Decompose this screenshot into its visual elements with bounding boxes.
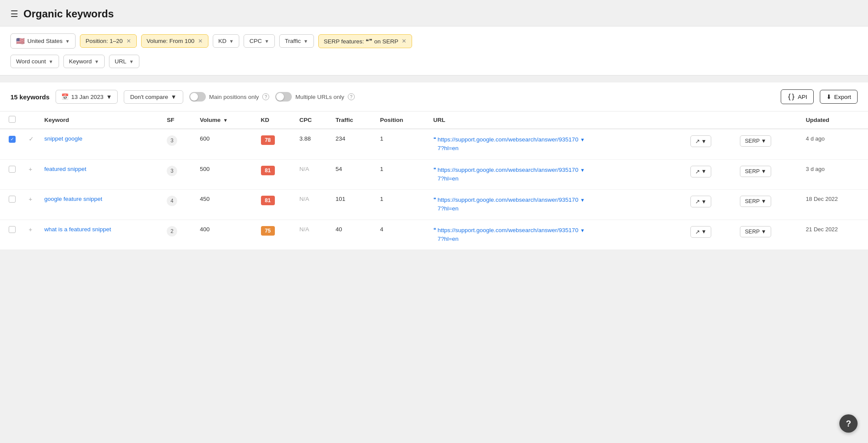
cpc-chevron: ▼ bbox=[264, 39, 269, 44]
table-row: + featured snippet 3 500 81 N/A 54 1 bbox=[0, 159, 868, 190]
row-action-icon[interactable]: + bbox=[29, 196, 32, 203]
row-checkbox[interactable] bbox=[9, 166, 16, 173]
th-kd[interactable]: KD bbox=[256, 112, 294, 129]
serp-label: SERP bbox=[745, 138, 759, 144]
trend-button[interactable]: ↗ ▼ bbox=[690, 226, 711, 238]
position-close-icon[interactable]: ✕ bbox=[126, 38, 131, 44]
serp-features-close-icon[interactable]: ✕ bbox=[402, 38, 406, 44]
kd-filter[interactable]: KD ▼ bbox=[213, 34, 240, 48]
keyword-link[interactable]: snippet google bbox=[44, 135, 83, 142]
row-action-icon[interactable]: ✓ bbox=[29, 135, 34, 142]
keyword-filter[interactable]: Keyword ▼ bbox=[63, 55, 105, 68]
keyword-link[interactable]: google feature snippet bbox=[44, 196, 102, 202]
url-link[interactable]: ❝ https://support.google.com/websearch/a… bbox=[433, 196, 680, 213]
main-positions-toggle[interactable] bbox=[189, 92, 206, 102]
url-filter[interactable]: URL ▼ bbox=[109, 55, 139, 68]
cpc-filter[interactable]: CPC ▼ bbox=[244, 34, 274, 48]
select-all-header[interactable] bbox=[0, 112, 21, 129]
serp-button[interactable]: SERP ▼ bbox=[740, 135, 771, 147]
url-quote-icon: ❝ bbox=[433, 136, 436, 142]
th-traffic[interactable]: Traffic bbox=[330, 112, 375, 129]
th-cpc[interactable]: CPC bbox=[294, 112, 330, 129]
compare-button[interactable]: Don't compare ▼ bbox=[124, 90, 183, 104]
traffic-chevron: ▼ bbox=[304, 39, 308, 44]
date-picker-button[interactable]: 📅 13 Jan 2023 ▼ bbox=[56, 90, 118, 104]
serp-chevron: ▼ bbox=[761, 138, 766, 144]
help-bubble[interactable]: ? bbox=[839, 414, 858, 433]
multiple-urls-label: Multiple URLs only bbox=[295, 94, 344, 100]
multiple-urls-help-icon[interactable]: ? bbox=[348, 93, 355, 100]
sf-cell: 4 bbox=[162, 190, 195, 220]
serp-cell: SERP ▼ bbox=[735, 159, 800, 190]
serp-features-filter[interactable]: SERP features: ❝❞ on SERP ✕ bbox=[318, 34, 413, 48]
row-action-icon[interactable]: + bbox=[29, 226, 32, 233]
trend-chevron: ▼ bbox=[701, 229, 706, 235]
serp-button[interactable]: SERP ▼ bbox=[740, 166, 771, 177]
main-positions-help-icon[interactable]: ? bbox=[262, 93, 269, 100]
url-link[interactable]: ❝ https://support.google.com/websearch/a… bbox=[433, 135, 680, 153]
export-button[interactable]: ⬇ Export bbox=[820, 90, 858, 104]
keywords-table: Keyword SF Volume ▼ KD CPC Traffic Posit… bbox=[0, 112, 868, 250]
export-label: Export bbox=[834, 94, 851, 100]
th-keyword[interactable]: Keyword bbox=[39, 112, 162, 129]
volume-value: 600 bbox=[200, 135, 210, 142]
volume-cell: 450 bbox=[195, 190, 255, 220]
url-link[interactable]: ❝ https://support.google.com/websearch/a… bbox=[433, 166, 680, 184]
trend-button[interactable]: ↗ ▼ bbox=[690, 135, 711, 147]
position-value: 1 bbox=[380, 196, 383, 202]
position-filter[interactable]: Position: 1–20 ✕ bbox=[80, 34, 137, 48]
hamburger-icon[interactable]: ☰ bbox=[10, 9, 18, 19]
th-url[interactable]: URL bbox=[428, 112, 685, 129]
kd-badge: 81 bbox=[261, 166, 275, 175]
country-filter[interactable]: 🇺🇸 United States ▼ bbox=[10, 33, 76, 49]
serp-button[interactable]: SERP ▼ bbox=[740, 196, 771, 207]
row-action-cell[interactable]: + bbox=[21, 159, 39, 190]
row-checkbox[interactable] bbox=[9, 196, 16, 203]
row-checkbox[interactable] bbox=[9, 226, 16, 233]
updated-value: 18 Dec 2022 bbox=[806, 196, 838, 202]
trend-button[interactable]: ↗ ▼ bbox=[690, 196, 711, 207]
traffic-filter[interactable]: Traffic ▼ bbox=[279, 34, 314, 48]
api-button[interactable]: {} API bbox=[781, 89, 814, 104]
th-position[interactable]: Position bbox=[375, 112, 428, 129]
calendar-icon: 📅 bbox=[61, 93, 69, 100]
row-checkbox-cell[interactable] bbox=[0, 190, 21, 220]
cpc-na: N/A bbox=[299, 226, 309, 233]
updated-cell: 4 d ago bbox=[801, 129, 868, 159]
position-value: 4 bbox=[380, 226, 383, 233]
page-wrapper: ☰ Organic keywords 🇺🇸 United States ▼ Po… bbox=[0, 0, 868, 443]
url-text: https://support.google.com/websearch/ans… bbox=[438, 226, 578, 244]
volume-value: 400 bbox=[200, 226, 210, 233]
url-link[interactable]: ❝ https://support.google.com/websearch/a… bbox=[433, 226, 680, 244]
row-checkbox-cell[interactable]: ✓ bbox=[0, 129, 21, 159]
serp-button[interactable]: SERP ▼ bbox=[740, 226, 771, 237]
keyword-link[interactable]: featured snippet bbox=[44, 166, 86, 172]
word-count-chevron: ▼ bbox=[49, 59, 53, 64]
serp-features-label: SERP features: ❝❞ on SERP bbox=[324, 38, 399, 45]
volume-close-icon[interactable]: ✕ bbox=[198, 38, 203, 44]
url-filter-chevron: ▼ bbox=[129, 59, 134, 64]
volume-label: Volume: From 100 bbox=[147, 38, 195, 44]
updated-cell: 3 d ago bbox=[801, 159, 868, 190]
row-checkbox[interactable]: ✓ bbox=[9, 136, 16, 143]
multiple-urls-toggle[interactable] bbox=[275, 92, 292, 102]
th-updated[interactable]: Updated bbox=[801, 112, 868, 129]
url-chevron-icon: ▼ bbox=[580, 228, 585, 233]
trend-button[interactable]: ↗ ▼ bbox=[690, 166, 711, 177]
th-volume[interactable]: Volume ▼ bbox=[195, 112, 255, 129]
th-sf[interactable]: SF bbox=[162, 112, 195, 129]
serp-cell: SERP ▼ bbox=[735, 220, 800, 250]
keyword-link[interactable]: what is a featured snippet bbox=[44, 226, 111, 233]
trend-icon: ↗ bbox=[695, 229, 700, 235]
row-action-cell[interactable]: + bbox=[21, 190, 39, 220]
updated-value: 3 d ago bbox=[806, 166, 825, 172]
select-all-checkbox[interactable] bbox=[9, 116, 16, 123]
kd-badge: 81 bbox=[261, 196, 275, 205]
row-action-icon[interactable]: + bbox=[29, 166, 32, 173]
row-action-cell[interactable]: ✓ bbox=[21, 129, 39, 159]
word-count-filter[interactable]: Word count ▼ bbox=[10, 55, 59, 68]
volume-filter[interactable]: Volume: From 100 ✕ bbox=[141, 34, 208, 48]
row-action-cell[interactable]: + bbox=[21, 220, 39, 250]
row-checkbox-cell[interactable] bbox=[0, 220, 21, 250]
row-checkbox-cell[interactable] bbox=[0, 159, 21, 190]
